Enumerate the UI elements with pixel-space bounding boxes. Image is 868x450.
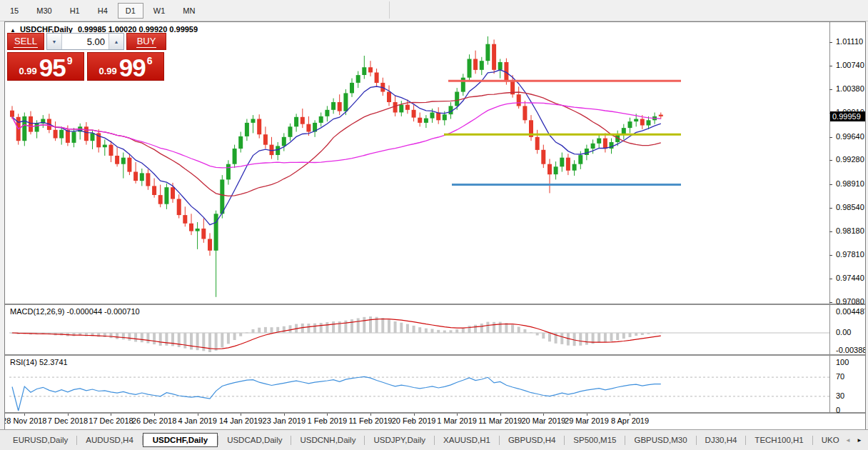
timeframe-button-mn[interactable]: MN — [175, 3, 203, 19]
rsi-axis-label: 70 — [836, 372, 844, 381]
symbol-tab-uko[interactable]: UKO — [813, 434, 841, 446]
price-axis-label: 0.98910 — [836, 179, 864, 188]
date-axis-tick — [111, 414, 111, 416]
rsi-axis-label: 30 — [836, 391, 844, 400]
price-axis-label: 1.00740 — [836, 61, 864, 69]
date-axis-tick — [284, 414, 285, 416]
macd-indicator-label: MACD(12,26,9) -0.000044 -0.000710 — [10, 307, 140, 316]
price-axis-tick — [829, 255, 832, 256]
date-axis-label: 1 Feb 2019 — [308, 416, 348, 425]
bid-price-prefix: 0.99 — [19, 66, 36, 76]
price-axis-label: 1.01110 — [836, 37, 863, 46]
one-click-trade-panel: SELL ▼ ▲ BUY 0.99959 0.99996 — [7, 33, 166, 81]
date-axis-tick — [241, 414, 241, 416]
date-axis-tick — [587, 414, 587, 416]
bid-price-big: 95 — [39, 58, 66, 78]
price-axis-tick — [829, 42, 832, 43]
date-axis-label: 14 Jan 2019 — [219, 416, 263, 425]
macd-axis-label: 0.00 — [836, 328, 851, 336]
date-axis-label: 11 Feb 2019 — [349, 416, 393, 425]
symbol-tab-gbpusd[interactable]: GBPUSD,H4 — [500, 434, 564, 446]
tabs-scroll-left-button[interactable]: ◄ — [842, 435, 854, 446]
date-axis-tick — [543, 414, 544, 416]
buy-button[interactable]: BUY — [126, 33, 166, 50]
date-axis-tick — [414, 414, 415, 416]
buy-button-label: BUY — [136, 36, 157, 48]
symbol-tab-eurusd[interactable]: EURUSD,Daily — [4, 434, 76, 446]
date-axis-label: 17 Dec 2018 — [89, 416, 133, 425]
current-price-tag: 0.99959 — [830, 111, 866, 121]
price-axis-tick — [829, 89, 832, 90]
timeframe-button-h4[interactable]: H4 — [90, 3, 116, 19]
price-axis-tick — [829, 137, 832, 138]
price-axis-tick — [829, 184, 832, 185]
ask-quote-button[interactable]: 0.99996 — [87, 52, 164, 81]
timeframe-button-h1[interactable]: H1 — [62, 3, 88, 19]
date-axis-tick — [154, 414, 155, 416]
volume-decrease-button[interactable]: ▼ — [47, 34, 62, 49]
timeframe-toolbar: 15M30H1H4D1W1MN — [0, 0, 868, 21]
timeframe-button-15[interactable]: 15 — [2, 3, 26, 19]
rsi-line — [12, 376, 661, 411]
date-axis-label: 1 Mar 2019 — [437, 416, 477, 425]
date-axis-label: 26 Dec 2018 — [132, 416, 176, 425]
ask-price-prefix: 0.99 — [99, 66, 116, 76]
date-axis-tick — [327, 414, 328, 416]
timeframe-button-w1[interactable]: W1 — [146, 3, 173, 19]
price-axis-label: 1.00380 — [836, 84, 864, 93]
volume-input[interactable] — [62, 34, 108, 49]
date-axis-tick — [457, 414, 458, 416]
price-axis-tick — [829, 302, 832, 303]
timeframe-button-d1[interactable]: D1 — [118, 3, 143, 19]
bid-price-pip: 9 — [67, 55, 73, 66]
date-axis-tick — [68, 414, 69, 416]
sell-button[interactable]: SELL — [7, 33, 44, 50]
symbol-tab-dj30[interactable]: DJ30,H4 — [697, 434, 746, 446]
date-axis-tick — [370, 414, 371, 416]
price-axis-tick — [829, 279, 832, 279]
symbol-tab-tech100[interactable]: TECH100,H1 — [746, 434, 812, 446]
rsi-axis-label: 0 — [836, 406, 840, 414]
symbol-tab-audusd[interactable]: AUDUSD,H4 — [77, 434, 141, 446]
price-axis-label: 0.99640 — [836, 132, 864, 141]
macd-histogram — [11, 316, 662, 352]
macd-axis-label: 0.004487 — [836, 307, 866, 316]
date-axis-label: 4 Jan 2019 — [178, 416, 216, 425]
tabs-scroll-right-button[interactable]: ► — [854, 435, 865, 446]
price-axis-tick — [829, 160, 832, 161]
date-axis-tick — [630, 414, 630, 416]
ask-price-pip: 6 — [147, 55, 153, 66]
date-axis-label: 20 Feb 2019 — [392, 416, 436, 425]
date-axis-label: 8 Apr 2019 — [611, 416, 649, 425]
bid-quote-button[interactable]: 0.99959 — [7, 52, 84, 81]
symbol-tab-strip: EURUSD,DailyAUDUSD,H4USDCHF,DailyUSDCAD,… — [4, 431, 841, 449]
date-axis-label: 29 Mar 2019 — [565, 416, 609, 425]
symbol-tab-usdjpy[interactable]: USDJPY,Daily — [365, 434, 434, 446]
symbol-tab-sp500[interactable]: SP500,M15 — [565, 434, 625, 446]
date-axis-tick — [500, 414, 501, 416]
date-axis-label: 11 Mar 2019 — [478, 416, 522, 425]
symbol-tab-gbpusd[interactable]: GBPUSD,M30 — [625, 434, 695, 446]
price-axis-tick — [829, 208, 832, 209]
symbol-tab-xauusd[interactable]: XAUUSD,H1 — [435, 434, 499, 446]
price-axis-label: 0.98540 — [836, 203, 864, 211]
price-axis-label: 0.97080 — [836, 297, 864, 306]
macd-axis-label: -0.003883 — [836, 346, 866, 354]
volume-increase-button[interactable]: ▲ — [108, 34, 123, 49]
volume-spinner: ▼ ▲ — [46, 33, 124, 50]
price-axis-label: 0.98180 — [836, 226, 864, 235]
symbol-tab-usdcnh[interactable]: USDCNH,Daily — [291, 434, 364, 446]
macd-signal-line — [12, 319, 661, 349]
price-axis-label: 0.97810 — [836, 250, 864, 259]
timeframe-button-m30[interactable]: M30 — [29, 3, 59, 19]
sell-button-label: SELL — [14, 36, 38, 48]
price-axis-tick — [829, 66, 832, 66]
symbol-tab-usdcad[interactable]: USDCAD,Daily — [218, 434, 291, 446]
price-axis-tick — [829, 231, 832, 232]
current-price-value: 0.99959 — [832, 112, 861, 121]
date-axis-label: 7 Dec 2018 — [48, 416, 88, 425]
date-axis-tick — [198, 414, 198, 416]
symbol-tab-usdchf[interactable]: USDCHF,Daily — [143, 433, 218, 447]
date-axis-label: 28 Nov 2018 — [4, 416, 46, 425]
date-axis-label: 23 Jan 2019 — [263, 416, 306, 425]
